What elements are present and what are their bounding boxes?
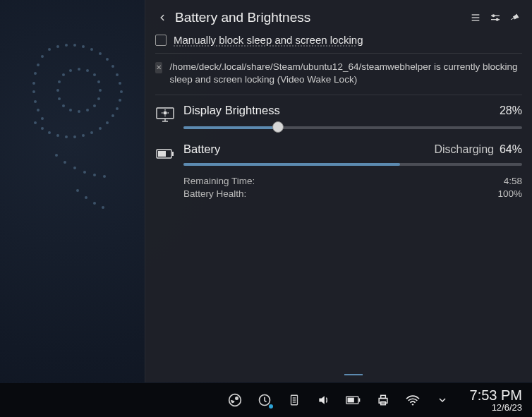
- svg-point-41: [86, 109, 89, 111]
- svg-point-12: [119, 99, 121, 102]
- svg-point-2: [65, 44, 68, 47]
- svg-point-45: [58, 97, 61, 100]
- svg-point-33: [69, 69, 72, 72]
- svg-point-51: [73, 167, 76, 169]
- remaining-time-value: 4:58: [504, 176, 522, 186]
- svg-point-54: [103, 175, 106, 178]
- clock-time: 7:53 PM: [470, 388, 522, 403]
- svg-point-69: [164, 111, 167, 115]
- svg-rect-76: [158, 151, 166, 157]
- tray-expand-icon[interactable]: [435, 392, 450, 408]
- volume-tray-icon[interactable]: [316, 392, 332, 408]
- svg-point-4: [82, 45, 85, 48]
- popup-title: Battery and Brightness: [175, 10, 310, 25]
- wake-lock-info: ✕ /home/deck/.local/share/Steam/ubuntu12…: [155, 54, 522, 95]
- battery-icon: [155, 145, 175, 162]
- svg-point-26: [37, 64, 40, 66]
- block-sleep-checkbox[interactable]: [155, 35, 167, 46]
- brightness-slider-thumb[interactable]: [272, 121, 284, 133]
- svg-point-43: [69, 109, 72, 111]
- svg-point-39: [97, 97, 100, 100]
- svg-point-7: [106, 58, 109, 61]
- block-sleep-row[interactable]: Manually block sleep and screen locking: [155, 30, 522, 54]
- svg-point-57: [93, 202, 96, 205]
- svg-point-19: [73, 135, 76, 138]
- svg-point-52: [83, 171, 86, 174]
- svg-point-63: [492, 15, 495, 17]
- svg-point-6: [99, 52, 102, 55]
- svg-point-78: [235, 397, 238, 400]
- svg-line-80: [231, 401, 234, 402]
- wifi-tray-icon[interactable]: [405, 392, 421, 408]
- svg-point-58: [102, 206, 104, 209]
- printer-tray-icon[interactable]: [375, 392, 391, 408]
- svg-point-9: [116, 73, 119, 76]
- update-tray-icon[interactable]: [257, 392, 272, 408]
- battery-details: Remaining Time: 4:58 Battery Health: 100…: [183, 176, 522, 199]
- battery-brightness-popup: Battery and Brightness Manually block sl…: [145, 0, 532, 382]
- svg-point-48: [62, 73, 65, 76]
- svg-point-50: [64, 161, 66, 164]
- svg-point-46: [56, 89, 59, 92]
- svg-point-40: [93, 104, 96, 107]
- block-sleep-label: Manually block sleep and screen locking: [174, 34, 363, 46]
- svg-point-8: [111, 65, 114, 68]
- svg-point-34: [78, 68, 80, 71]
- brightness-section: Display Brightness 28%: [155, 95, 522, 134]
- svg-point-55: [76, 189, 79, 192]
- battery-title: Battery: [183, 143, 220, 156]
- back-button[interactable]: [155, 11, 169, 25]
- info-icon: ✕: [155, 62, 162, 73]
- svg-rect-75: [172, 152, 174, 156]
- svg-point-16: [99, 127, 102, 130]
- svg-rect-87: [358, 398, 360, 401]
- sliders-icon[interactable]: [488, 11, 502, 25]
- svg-point-14: [111, 114, 114, 117]
- brightness-title: Display Brightness: [183, 104, 280, 117]
- svg-point-1: [56, 45, 59, 48]
- svg-point-56: [85, 196, 87, 199]
- pin-icon[interactable]: [508, 11, 522, 25]
- svg-point-11: [120, 90, 123, 93]
- svg-point-44: [62, 104, 65, 107]
- system-tray: [227, 392, 450, 408]
- svg-point-42: [78, 110, 80, 113]
- wake-lock-message: /home/deck/.local/share/Steam/ubuntu12_6…: [169, 61, 522, 86]
- svg-point-49: [55, 154, 58, 157]
- svg-point-35: [86, 69, 89, 72]
- battery-status: Discharging: [434, 143, 493, 156]
- hamburger-icon[interactable]: [468, 11, 483, 25]
- battery-tray-icon[interactable]: [346, 392, 361, 408]
- brightness-monitor-icon: [155, 107, 175, 123]
- svg-point-13: [116, 107, 119, 110]
- svg-point-20: [65, 135, 68, 138]
- svg-point-15: [106, 121, 109, 124]
- svg-point-0: [48, 48, 51, 51]
- svg-point-38: [99, 89, 102, 92]
- svg-rect-88: [347, 398, 353, 403]
- svg-point-31: [37, 109, 40, 111]
- svg-point-22: [48, 131, 51, 134]
- svg-point-37: [97, 80, 100, 83]
- battery-section: Battery Discharging 64% Remaining Time: …: [155, 134, 522, 199]
- popup-header: Battery and Brightness: [155, 6, 522, 30]
- svg-point-5: [90, 48, 93, 51]
- svg-point-53: [93, 174, 96, 176]
- battery-progress: [183, 163, 522, 166]
- steam-tray-icon[interactable]: [227, 392, 243, 408]
- brightness-slider[interactable]: [183, 121, 522, 134]
- svg-point-65: [496, 18, 498, 20]
- svg-point-92: [411, 404, 413, 405]
- svg-point-32: [41, 117, 44, 120]
- svg-point-17: [90, 131, 93, 134]
- taskbar-clock[interactable]: 7:53 PM 12/6/23: [470, 388, 522, 413]
- battery-health-label: Battery Health:: [183, 188, 497, 199]
- battery-percent: 64%: [500, 143, 522, 156]
- svg-point-10: [119, 82, 121, 85]
- clipboard-tray-icon[interactable]: [286, 392, 302, 408]
- svg-point-28: [32, 82, 35, 85]
- svg-point-25: [41, 55, 44, 58]
- svg-point-29: [32, 90, 35, 93]
- svg-point-30: [34, 100, 37, 103]
- battery-health-value: 100%: [497, 188, 522, 199]
